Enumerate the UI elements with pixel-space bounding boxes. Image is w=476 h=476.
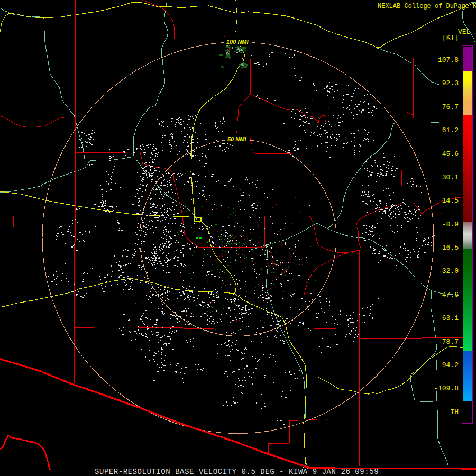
- svg-text:-94.2: -94.2: [438, 361, 459, 369]
- svg-text:-63.1: -63.1: [438, 314, 459, 322]
- svg-text:45.6: 45.6: [442, 150, 459, 158]
- svg-text:-109.8: -109.8: [434, 385, 459, 392]
- svg-text:30.1: 30.1: [442, 173, 459, 181]
- svg-text:NEXLAB-College of DuPage K: NEXLAB-College of DuPage K: [378, 3, 476, 10]
- svg-text:61.2: 61.2: [442, 126, 459, 134]
- svg-text:-0.9: -0.9: [442, 221, 459, 228]
- svg-text:92.3: 92.3: [442, 79, 459, 87]
- svg-text:-47.6: -47.6: [438, 291, 459, 299]
- svg-text:-16.5: -16.5: [438, 244, 459, 252]
- svg-text:TH: TH: [450, 408, 459, 416]
- svg-text:14.5: 14.5: [442, 197, 459, 205]
- svg-text:100 NMI: 100 NMI: [226, 39, 249, 45]
- svg-text:VEL: VEL: [458, 28, 470, 36]
- svg-text:107.8: 107.8: [438, 56, 459, 64]
- svg-text:[KT]: [KT]: [442, 34, 459, 42]
- svg-text:-32.0: -32.0: [438, 267, 459, 275]
- svg-text:76.7: 76.7: [442, 103, 459, 111]
- svg-text:SUPER-RESOLUTION BASE VELOCITY: SUPER-RESOLUTION BASE VELOCITY 0.5 DEG -…: [95, 468, 379, 476]
- svg-text:50 NMI: 50 NMI: [227, 136, 246, 142]
- svg-text:-78.7: -78.7: [438, 338, 459, 346]
